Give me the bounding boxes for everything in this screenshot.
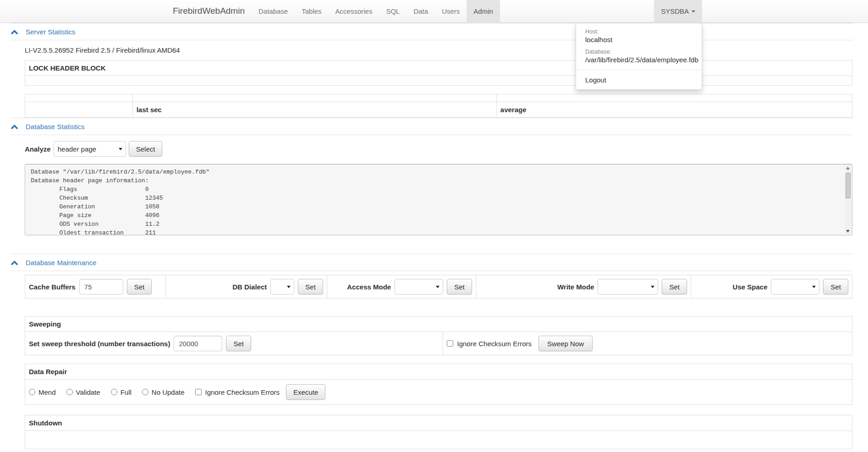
main-content: Server Statistics LI-V2.5.5.26952 Firebi… <box>0 23 868 449</box>
radio-validate[interactable] <box>66 389 73 395</box>
dropdown-host-label: Host: <box>576 26 702 35</box>
sweep-threshold-cell: Set sweep threshold (number transactions… <box>25 332 443 355</box>
user-menu-toggle[interactable]: SYSDBA <box>654 0 702 23</box>
navbar: FirebirdWebAdmin Database Tables Accesso… <box>0 0 868 23</box>
nav-link-sql[interactable]: SQL <box>379 0 407 23</box>
db-dialect-cell: DB Dialect Set <box>165 275 327 299</box>
cache-buffers-input[interactable] <box>79 279 123 294</box>
execute-button[interactable]: Execute <box>286 384 325 400</box>
server-statistics-header: Server Statistics <box>11 23 852 40</box>
database-maintenance-title-link[interactable]: Database Maintenance <box>26 259 96 267</box>
ignore-checksum-checkbox-sweep[interactable] <box>447 340 453 347</box>
nav-link-tables[interactable]: Tables <box>295 0 328 23</box>
nav-link-data[interactable]: Data <box>407 0 435 23</box>
database-statistics-body: Analyze header page Select Database "/va… <box>25 141 852 235</box>
perf-table: last sec average <box>25 94 852 118</box>
use-space-set-button[interactable]: Set <box>823 279 848 294</box>
cache-buffers-set-button[interactable]: Set <box>127 279 152 294</box>
lock-empty-cell <box>25 76 852 86</box>
nav-menu: Database Tables Accessories SQL Data Use… <box>252 0 500 23</box>
caret-down-icon <box>692 11 695 12</box>
logout-menu-item[interactable]: Logout <box>576 73 702 87</box>
shutdown-table: Shutdown <box>25 415 852 449</box>
chevron-up-icon[interactable] <box>11 29 18 35</box>
nav-item-database: Database <box>252 0 295 23</box>
nav-link-accessories[interactable]: Accessories <box>329 0 379 23</box>
radio-no-update[interactable] <box>142 389 148 395</box>
sweeping-header: Sweeping <box>25 316 852 332</box>
write-mode-set-button[interactable]: Set <box>662 279 687 294</box>
database-statistics-header: Database Statistics <box>11 118 852 135</box>
scroll-up-icon[interactable] <box>845 165 852 171</box>
chevron-up-icon[interactable] <box>11 124 18 130</box>
radio-full-label: Full <box>121 388 132 396</box>
database-statistics-title-link[interactable]: Database Statistics <box>26 123 84 131</box>
sweep-set-button[interactable]: Set <box>226 336 251 351</box>
nav-item-sql: SQL <box>379 0 407 23</box>
write-mode-select-wrap <box>598 279 658 294</box>
repair-option-validate: Validate <box>66 388 100 396</box>
radio-full[interactable] <box>111 389 117 395</box>
sweep-now-button[interactable]: Sweep Now <box>538 336 593 351</box>
data-repair-cell: Mend Validate Full <box>25 380 852 405</box>
radio-validate-label: Validate <box>76 388 100 396</box>
data-repair-table: Data Repair Mend Validate <box>25 364 852 405</box>
repair-option-full: Full <box>111 388 132 396</box>
dropdown-host-value: localhost <box>576 35 702 46</box>
analyze-row: Analyze header page Select <box>25 141 852 157</box>
radio-mend-label: Mend <box>38 388 56 396</box>
use-space-select[interactable] <box>771 279 819 294</box>
sweep-threshold-label: Set sweep threshold (number transactions… <box>29 340 170 348</box>
data-repair-header: Data Repair <box>25 364 852 380</box>
access-mode-set-button[interactable]: Set <box>447 279 472 294</box>
db-dialect-select[interactable] <box>270 279 294 294</box>
analyze-select[interactable]: header page <box>54 141 126 157</box>
access-mode-cell: Access Mode Set <box>327 275 476 299</box>
analyze-select-wrap: header page <box>54 141 126 157</box>
shutdown-cell <box>25 431 852 449</box>
scrollbar-thumb[interactable] <box>846 173 851 198</box>
section-divider <box>11 271 852 271</box>
access-mode-select-wrap <box>395 279 443 294</box>
nav-item-tables: Tables <box>295 0 328 23</box>
stats-output-textarea[interactable]: Database "/var/lib/firebird/2.5/data/emp… <box>25 164 852 235</box>
sweep-action-cell: Ignore Checksum Errors Sweep Now <box>443 332 852 355</box>
section-database-maintenance: Database Maintenance Cache Buffers Set <box>11 254 852 449</box>
scroll-down-icon[interactable] <box>845 228 852 234</box>
brand[interactable]: FirebirdWebAdmin <box>166 0 252 23</box>
section-server-statistics: Server Statistics LI-V2.5.5.26952 Firebi… <box>11 23 852 118</box>
perf-col-average: average <box>496 102 852 118</box>
access-mode-select[interactable] <box>395 279 443 294</box>
db-dialect-select-wrap <box>270 279 294 294</box>
dropdown-divider <box>576 70 702 70</box>
output-scrollbar[interactable] <box>845 165 852 234</box>
sweep-threshold-input[interactable] <box>174 336 222 351</box>
select-button[interactable]: Select <box>129 141 163 157</box>
perf-thin-cell <box>496 94 852 102</box>
nav-item-data: Data <box>407 0 435 23</box>
perf-col-blank <box>25 102 133 118</box>
use-space-cell: Use Space Set <box>691 275 852 299</box>
server-statistics-title-link[interactable]: Server Statistics <box>26 28 75 36</box>
nav-item-accessories: Accessories <box>329 0 379 23</box>
nav-link-admin[interactable]: Admin <box>467 0 500 23</box>
nav-link-users[interactable]: Users <box>435 0 467 23</box>
lock-header-cell: LOCK HEADER BLOCK <box>25 60 852 76</box>
repair-option-mend: Mend <box>29 388 56 396</box>
perf-thin-cell <box>132 94 496 102</box>
database-maintenance-header: Database Maintenance <box>11 254 852 271</box>
ignore-checksum-checkbox-repair[interactable] <box>195 389 202 395</box>
dropdown-database-value: /var/lib/firebird/2.5/data/employee.fdb <box>576 55 702 66</box>
radio-mend[interactable] <box>29 389 35 395</box>
chevron-up-icon[interactable] <box>11 260 18 266</box>
ignore-checksum-label-repair: Ignore Checksum Errors <box>205 388 280 396</box>
sweeping-table: Sweeping Set sweep threshold (number tra… <box>25 316 852 355</box>
write-mode-cell: Write Mode Set <box>476 275 691 299</box>
user-menu: SYSDBA Host: localhost Database: /var/li… <box>654 0 702 23</box>
perf-col-last-sec: last sec <box>132 102 496 118</box>
server-version-text: LI-V2.5.5.26952 Firebird 2.5 / Firebird/… <box>25 46 852 54</box>
cache-buffers-cell: Cache Buffers Set <box>25 275 166 299</box>
write-mode-select[interactable] <box>598 279 658 294</box>
db-dialect-set-button[interactable]: Set <box>298 279 323 294</box>
nav-link-database[interactable]: Database <box>252 0 295 23</box>
